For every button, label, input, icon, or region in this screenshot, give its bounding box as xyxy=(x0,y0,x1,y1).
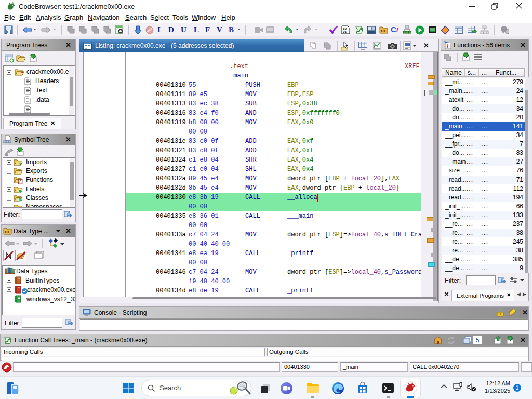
svg-text:DT: DT xyxy=(5,230,10,234)
svg-text:DT: DT xyxy=(381,29,387,33)
svg-text:01: 01 xyxy=(343,30,347,34)
svg-text:C: C xyxy=(19,198,22,202)
